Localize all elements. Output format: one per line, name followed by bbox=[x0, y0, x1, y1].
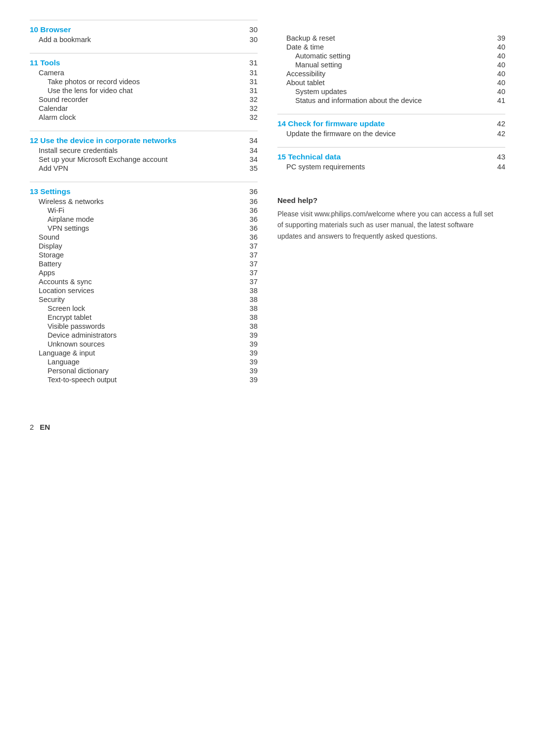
list-item: Security 38 bbox=[30, 295, 258, 304]
list-item: System updates 40 bbox=[277, 87, 505, 96]
section-13-number: 13 bbox=[30, 187, 38, 196]
need-help-text: Please visit www.philips.com/welcome whe… bbox=[277, 208, 495, 242]
list-item: Install secure credentials 34 bbox=[30, 146, 258, 155]
list-item: Sound 36 bbox=[30, 233, 258, 242]
section-13-title: 13Settings bbox=[30, 187, 70, 196]
list-item: Update the firmware on the device 42 bbox=[277, 129, 505, 138]
left-column: 10Browser 30 Add a bookmark 30 11Tools 3… bbox=[30, 20, 258, 393]
footer-page-number: 2 bbox=[30, 423, 34, 431]
section-15-title: 15Technical data bbox=[277, 152, 341, 161]
list-item: PC system requirements 44 bbox=[277, 162, 505, 171]
section-11-page: 31 bbox=[249, 58, 258, 67]
list-item: Apps 37 bbox=[30, 268, 258, 277]
list-item: Language 39 bbox=[30, 357, 258, 366]
section-12-number: 12 bbox=[30, 136, 38, 145]
list-item: Add a bookmark 30 bbox=[30, 35, 258, 44]
section-11: 11Tools 31 Camera 31 Take photos or reco… bbox=[30, 53, 258, 122]
list-item: Manual setting 40 bbox=[277, 60, 505, 69]
section-15-page: 43 bbox=[497, 152, 505, 161]
section-14: 14Check for firmware update 42 Update th… bbox=[277, 114, 505, 138]
section-12-title: 12Use the device in corporate networks bbox=[30, 136, 176, 145]
list-item: Take photos or record videos 31 bbox=[30, 77, 258, 86]
section-12: 12Use the device in corporate networks 3… bbox=[30, 131, 258, 173]
list-item: Display 37 bbox=[30, 242, 258, 251]
section-15-number: 15 bbox=[277, 152, 286, 161]
section-11-title: 11Tools bbox=[30, 58, 60, 67]
list-item: Screen lock 38 bbox=[30, 304, 258, 313]
list-item: Automatic setting 40 bbox=[277, 51, 505, 60]
section-13: 13Settings 36 Wireless & networks 36 Wi-… bbox=[30, 182, 258, 384]
list-item: Personal dictionary 39 bbox=[30, 366, 258, 375]
list-item: Location services 38 bbox=[30, 286, 258, 295]
section-13-page: 36 bbox=[249, 187, 258, 196]
need-help-section: Need help? Please visit www.philips.com/… bbox=[277, 196, 505, 242]
section-14-number: 14 bbox=[277, 119, 286, 128]
list-item: Accessibility 40 bbox=[277, 69, 505, 78]
section-10-number: 10 bbox=[30, 25, 38, 34]
section-10-title: 10Browser bbox=[30, 25, 71, 34]
list-item: Set up your Microsoft Exchange account 3… bbox=[30, 155, 258, 164]
list-item: Encrypt tablet 38 bbox=[30, 313, 258, 322]
list-item: Accounts & sync 37 bbox=[30, 277, 258, 286]
footer-language: EN bbox=[40, 423, 50, 431]
right-column: Backup & reset 39 Date & time 40 Automat… bbox=[277, 20, 505, 393]
section-11-number: 11 bbox=[30, 58, 38, 67]
list-item: About tablet 40 bbox=[277, 78, 505, 87]
list-item: Airplane mode 36 bbox=[30, 215, 258, 224]
need-help-title: Need help? bbox=[277, 196, 505, 204]
list-item: Unknown sources 39 bbox=[30, 340, 258, 349]
list-item: Add VPN 35 bbox=[30, 164, 258, 173]
section-12-page: 34 bbox=[249, 136, 258, 145]
list-item: Alarm clock 32 bbox=[30, 113, 258, 122]
list-item: Visible passwords 38 bbox=[30, 322, 258, 331]
section-14-title: 14Check for firmware update bbox=[277, 119, 385, 128]
footer: 2 EN bbox=[30, 423, 505, 431]
section-15: 15Technical data 43 PC system requiremen… bbox=[277, 147, 505, 171]
list-item: Wireless & networks 36 bbox=[30, 197, 258, 206]
list-item: Backup & reset 39 bbox=[277, 34, 505, 43]
list-item: Language & input 39 bbox=[30, 349, 258, 357]
section-10: 10Browser 30 Add a bookmark 30 bbox=[30, 20, 258, 44]
list-item: Status and information about the device … bbox=[277, 96, 505, 105]
section-13-continuation: Backup & reset 39 Date & time 40 Automat… bbox=[277, 20, 505, 105]
list-item: Text-to-speech output 39 bbox=[30, 375, 258, 384]
list-item: Calendar 32 bbox=[30, 104, 258, 113]
list-item: Wi-Fi 36 bbox=[30, 206, 258, 215]
list-item: Battery 37 bbox=[30, 259, 258, 268]
list-item: VPN settings 36 bbox=[30, 224, 258, 233]
list-item: Device administrators 39 bbox=[30, 331, 258, 340]
list-item: Storage 37 bbox=[30, 251, 258, 259]
list-item: Camera 31 bbox=[30, 68, 258, 77]
section-14-page: 42 bbox=[497, 119, 505, 128]
list-item: Sound recorder 32 bbox=[30, 95, 258, 104]
list-item: Use the lens for video chat 31 bbox=[30, 86, 258, 95]
section-10-page: 30 bbox=[249, 25, 258, 34]
list-item: Date & time 40 bbox=[277, 43, 505, 51]
